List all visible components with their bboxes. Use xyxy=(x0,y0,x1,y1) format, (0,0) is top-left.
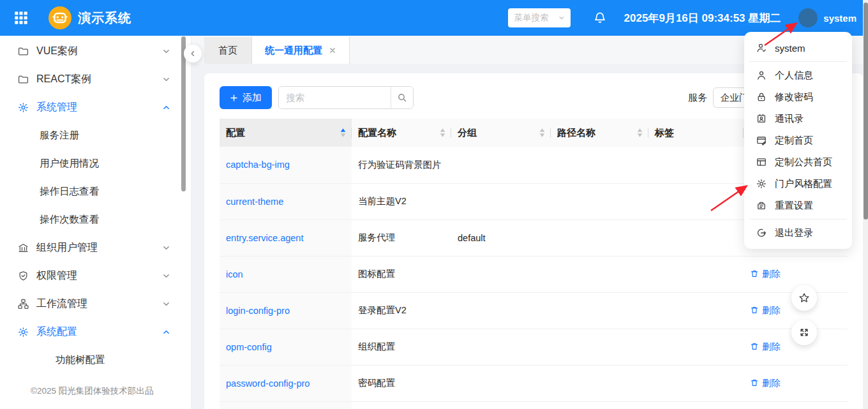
cell-tag xyxy=(648,219,744,256)
sidebar-item-user-usage[interactable]: 用户使用情况 xyxy=(0,149,191,177)
search-input[interactable] xyxy=(279,87,391,108)
menu-item-customize-home[interactable]: 定制首页 xyxy=(744,130,852,151)
menu-search-select[interactable]: 菜单搜索 xyxy=(508,8,571,27)
cell-config: current-theme xyxy=(220,183,352,219)
add-button[interactable]: 添加 xyxy=(220,86,272,109)
notification-bell-icon[interactable] xyxy=(594,11,606,24)
cell-path xyxy=(551,147,648,183)
search-box xyxy=(278,86,414,109)
config-key-link[interactable]: icon xyxy=(226,269,243,279)
sidebar-item-system-management[interactable]: 系统管理 xyxy=(0,93,191,121)
delete-button[interactable]: 删除 xyxy=(750,268,781,280)
cell-config: icon xyxy=(220,256,352,292)
cell-group xyxy=(451,183,551,219)
cell-config: captcha-bg-img xyxy=(220,147,352,183)
reset-icon xyxy=(756,200,767,211)
config-key-link[interactable]: login-config-pro xyxy=(226,306,290,316)
cell-path xyxy=(551,183,648,219)
menu-item-contacts[interactable]: 通讯录 xyxy=(744,108,852,130)
menu-item-label: 修改密码 xyxy=(775,91,813,103)
cell-tag xyxy=(648,365,744,401)
menu-item-profile[interactable]: 个人信息 xyxy=(744,64,852,86)
datetime-text: 2025年9月16日 09:34:53 星期二 xyxy=(624,11,781,26)
cell-path xyxy=(551,256,648,292)
config-key-link[interactable]: entry.service.agent xyxy=(226,233,303,243)
chevron-up-icon xyxy=(162,103,170,112)
sidebar-item-system-config[interactable]: 系统配置 xyxy=(0,318,191,346)
user-icon xyxy=(756,70,767,80)
cell-config: opm-config xyxy=(220,329,352,365)
menu-item-portal-style-config[interactable]: 门户风格配置 xyxy=(744,173,852,195)
sidebar-item-react-cases[interactable]: REACT案例 xyxy=(0,65,191,93)
sidebar-item-workflow-management[interactable]: 工作流管理 xyxy=(0,290,191,318)
delete-button[interactable]: 删除 xyxy=(750,341,781,353)
logout-icon xyxy=(756,228,767,238)
column-header-path-name[interactable]: 路径名称 xyxy=(551,119,648,147)
sidebar-item-function-tree-config[interactable]: 功能树配置 xyxy=(0,346,191,374)
sidebar-item-label: 用户使用情况 xyxy=(40,157,99,170)
column-header-config[interactable]: 配置 xyxy=(220,119,352,147)
sidebar-collapse-button[interactable] xyxy=(184,45,202,63)
cell-config-name: 行为验证码背景图片 xyxy=(352,147,451,183)
trash-icon xyxy=(750,306,759,315)
page-scrollbar-thumb[interactable] xyxy=(864,3,868,219)
sidebar-item-permission-management[interactable]: 权限管理 xyxy=(0,262,191,290)
menu-item-reset-settings[interactable]: 重置设置 xyxy=(744,195,852,216)
certificate-icon xyxy=(18,271,29,281)
sidebar-item-org-user-management[interactable]: 组织用户管理 xyxy=(0,234,191,262)
sidebar-item-vue-cases[interactable]: VUE案例 xyxy=(0,37,191,65)
sort-asc-icon xyxy=(340,128,347,133)
expand-icon xyxy=(798,326,811,339)
sidebar-item-label: 系统配置 xyxy=(36,325,77,339)
cell-group xyxy=(451,401,551,409)
delete-button[interactable]: 删除 xyxy=(750,377,781,389)
menu-item-label: 定制公共首页 xyxy=(775,156,832,168)
menu-item-logout[interactable]: 退出登录 xyxy=(744,222,852,244)
delete-label: 删除 xyxy=(762,377,781,389)
tab-label: 统一通用配置 xyxy=(265,45,322,57)
tab-unified-config[interactable]: 统一通用配置 xyxy=(252,37,350,64)
config-key-link[interactable]: current-theme xyxy=(226,197,283,207)
folder-icon xyxy=(18,46,29,57)
menu-item-username[interactable]: system xyxy=(744,37,852,59)
fullscreen-expand-button[interactable] xyxy=(791,320,817,345)
sidebar-item-label: REACT案例 xyxy=(36,73,91,86)
sidebar-item-label: VUE案例 xyxy=(36,45,78,58)
tab-close-icon[interactable] xyxy=(329,47,336,54)
page-scrollbar-track xyxy=(863,0,868,409)
favorite-star-button[interactable] xyxy=(791,285,817,311)
menu-item-label: 个人信息 xyxy=(775,70,813,82)
cell-actions: 删除 xyxy=(744,365,848,401)
add-button-label: 添加 xyxy=(243,92,262,104)
sidebar-scrollbar-thumb[interactable] xyxy=(181,36,186,191)
username-text[interactable]: system xyxy=(823,13,857,24)
plus-icon xyxy=(230,94,238,102)
column-header-group[interactable]: 分组 xyxy=(451,119,551,147)
sidebar-item-label: 系统管理 xyxy=(36,101,77,114)
menu-item-label: 重置设置 xyxy=(775,200,813,212)
sidebar-item-operation-counts[interactable]: 操作次数查看 xyxy=(0,205,191,234)
table-row: icon 图标配置 删除 xyxy=(220,256,848,292)
search-button[interactable] xyxy=(391,87,413,108)
tab-home[interactable]: 首页 xyxy=(204,37,252,64)
user-avatar[interactable] xyxy=(798,8,818,27)
cell-config: password-config-pro xyxy=(220,365,352,401)
cell-config-name: 图标配置 xyxy=(352,256,451,292)
config-key-link[interactable]: captcha-bg-img xyxy=(226,160,290,170)
cell-path xyxy=(551,329,648,365)
column-label: 分组 xyxy=(458,127,477,138)
cell-config xyxy=(220,401,352,409)
cell-tag xyxy=(648,147,744,183)
sidebar-item-operation-logs[interactable]: 操作日志查看 xyxy=(0,177,191,205)
sidebar-item-service-register[interactable]: 服务注册 xyxy=(0,121,191,149)
sort-icons xyxy=(340,128,347,138)
config-key-link[interactable]: password-config-pro xyxy=(226,378,310,389)
sort-icons xyxy=(636,128,643,138)
menu-item-customize-public-home[interactable]: 定制公共首页 xyxy=(744,151,852,173)
menu-item-change-password[interactable]: 修改密码 xyxy=(744,86,852,108)
config-key-link[interactable]: opm-config xyxy=(226,342,272,352)
delete-button[interactable]: 删除 xyxy=(750,304,781,316)
trash-icon xyxy=(750,378,759,387)
column-header-config-name[interactable]: 配置名称 xyxy=(352,119,451,147)
apps-grid-icon[interactable] xyxy=(14,11,28,25)
